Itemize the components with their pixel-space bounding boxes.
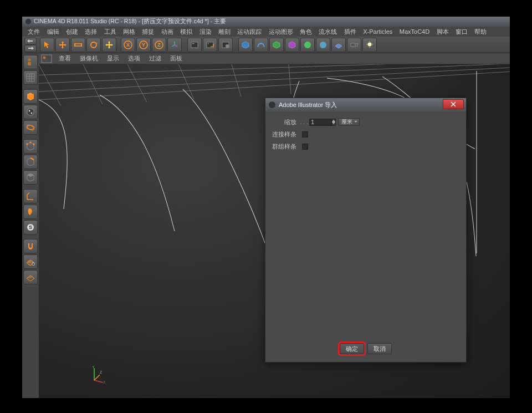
render-view-button[interactable] xyxy=(187,38,202,52)
menu-simulate[interactable]: 模拟 xyxy=(177,28,196,36)
svg-text:Y: Y xyxy=(142,42,145,48)
deformer-button[interactable] xyxy=(285,38,299,52)
move-tool2-button[interactable] xyxy=(102,38,116,52)
coord-system-button[interactable] xyxy=(167,38,182,52)
import-dialog: Adobe Illustrator 导入 缩放 . . . 厘米 连接样条 群组… xyxy=(265,98,467,363)
mesh-mode-button[interactable] xyxy=(23,120,38,135)
spline-button[interactable] xyxy=(254,38,268,52)
connect-row: 连接样条 xyxy=(272,129,459,139)
model-mode-button[interactable] xyxy=(23,89,38,104)
menu-maxtoc4d[interactable]: MaxToC4D xyxy=(396,28,433,35)
tweak-mode-button[interactable] xyxy=(23,205,38,219)
snap-button[interactable]: S xyxy=(23,220,38,234)
connect-splines-label: 连接样条 xyxy=(272,130,300,139)
svg-text:Y: Y xyxy=(92,366,95,369)
menu-window[interactable]: 窗口 xyxy=(452,28,471,36)
primitive-button[interactable] xyxy=(238,38,253,52)
select-tool-button[interactable] xyxy=(40,38,54,52)
dialog-app-icon xyxy=(269,101,275,108)
workplane-button[interactable] xyxy=(23,254,38,269)
vmenu-options[interactable]: 选项 xyxy=(124,54,145,63)
render-settings-button[interactable] xyxy=(218,38,233,52)
cancel-button[interactable]: 取消 xyxy=(367,343,392,354)
workplane2-button[interactable] xyxy=(23,270,38,284)
axis-y-button[interactable]: Y xyxy=(136,38,151,52)
svg-line-40 xyxy=(94,380,103,383)
dialog-title-bar[interactable]: Adobe Illustrator 导入 xyxy=(265,98,466,111)
connect-splines-checkbox[interactable] xyxy=(302,131,308,137)
axis-mode-button[interactable] xyxy=(23,189,38,203)
menu-render[interactable]: 渲染 xyxy=(196,28,214,36)
camera2-button[interactable] xyxy=(347,38,361,52)
grid-icon[interactable] xyxy=(23,70,38,85)
edge-mode-button[interactable] xyxy=(23,155,38,169)
svg-text:Z: Z xyxy=(100,370,103,374)
svg-point-18 xyxy=(320,42,326,48)
vmenu-view[interactable]: 查看 xyxy=(54,54,75,63)
move-tool-button[interactable] xyxy=(55,38,70,52)
axis-x-button[interactable]: X xyxy=(121,38,135,52)
svg-rect-10 xyxy=(191,42,198,48)
svg-rect-26 xyxy=(31,113,32,114)
menu-help[interactable]: 帮助 xyxy=(471,28,490,36)
svg-rect-23 xyxy=(29,110,30,111)
menu-select[interactable]: 选择 xyxy=(81,28,100,36)
svg-text:Z: Z xyxy=(157,42,161,48)
group-row: 群组样条 xyxy=(272,141,459,151)
redo-button[interactable] xyxy=(24,45,37,52)
menu-pipeline[interactable]: 流水线 xyxy=(315,28,340,36)
point-mode-button[interactable] xyxy=(23,139,38,154)
app-icon xyxy=(25,19,31,24)
chevron-down-icon xyxy=(332,122,335,124)
environment-button[interactable] xyxy=(300,38,315,52)
generator-button[interactable] xyxy=(269,38,284,52)
menu-mesh[interactable]: 网格 xyxy=(120,28,139,36)
menu-xparticles[interactable]: X-Particles xyxy=(360,28,396,35)
menu-sculpt[interactable]: 雕刻 xyxy=(215,28,234,36)
menu-plugins[interactable]: 插件 xyxy=(341,28,360,36)
unit-value: 厘米 xyxy=(341,118,352,126)
svg-text:S: S xyxy=(29,225,32,230)
svg-point-28 xyxy=(26,124,35,131)
svg-rect-2 xyxy=(81,43,82,47)
close-button[interactable] xyxy=(443,99,464,109)
floor-button[interactable] xyxy=(331,38,346,52)
ok-button[interactable]: 确定 xyxy=(340,343,364,354)
menu-script[interactable]: 脚本 xyxy=(433,28,452,36)
vmenu-display[interactable]: 显示 xyxy=(103,54,124,63)
axis-gizmo: Y X Z xyxy=(89,366,106,384)
scale-tool-button[interactable] xyxy=(71,38,85,52)
vmenu-camera[interactable]: 摄像机 xyxy=(75,54,103,63)
menu-mograph[interactable]: 运动图形 xyxy=(265,28,296,36)
unit-select[interactable]: 厘米 xyxy=(338,118,360,126)
menu-snap[interactable]: 捕捉 xyxy=(139,28,157,36)
group-splines-checkbox[interactable] xyxy=(302,144,308,150)
vmenu-panel[interactable]: 面板 xyxy=(166,54,187,63)
rotate-tool-button[interactable] xyxy=(86,38,101,52)
menu-file[interactable]: 文件 xyxy=(24,28,43,36)
polygon-mode-button[interactable] xyxy=(23,170,38,185)
svg-line-42 xyxy=(94,375,100,380)
menu-create[interactable]: 创建 xyxy=(63,28,81,36)
dialog-buttons: 确定 取消 xyxy=(265,343,466,354)
menu-animation[interactable]: 动画 xyxy=(158,28,177,36)
scale-input[interactable] xyxy=(309,119,331,126)
character-icon[interactable] xyxy=(23,55,38,69)
svg-rect-14 xyxy=(208,43,209,44)
close-icon xyxy=(451,101,456,107)
render-region-button[interactable] xyxy=(203,38,217,52)
menu-tools[interactable]: 工具 xyxy=(101,28,120,36)
light-button[interactable] xyxy=(362,38,377,52)
vmenu-filter[interactable]: 过滤 xyxy=(145,54,166,63)
axis-z-button[interactable]: Z xyxy=(152,38,166,52)
svg-point-16 xyxy=(226,44,229,48)
svg-rect-22 xyxy=(27,74,34,81)
camera-button[interactable] xyxy=(316,38,330,52)
magnet-button[interactable] xyxy=(23,239,38,253)
texture-mode-button[interactable] xyxy=(23,105,38,119)
menu-motracking[interactable]: 运动跟踪 xyxy=(234,28,265,36)
menu-edit[interactable]: 编辑 xyxy=(43,28,62,36)
scale-spinner[interactable] xyxy=(331,119,336,126)
viewport-menu-bar: 查看 摄像机 显示 选项 过滤 面板 xyxy=(39,53,510,64)
menu-character[interactable]: 角色 xyxy=(296,28,315,36)
